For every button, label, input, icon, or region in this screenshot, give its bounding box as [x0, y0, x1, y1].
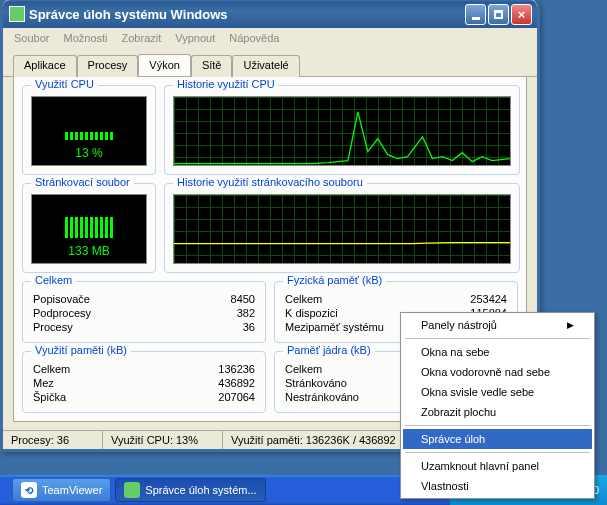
totals-threads-value: 382 [237, 307, 255, 319]
phys-avail-label: K dispozici [285, 307, 338, 319]
phys-cache-label: Mezipaměť systému [285, 321, 384, 333]
cpu-history-graph [173, 96, 511, 166]
commit-title: Využití paměti (kB) [31, 344, 131, 356]
taskbar-button-teamviewer[interactable]: ⟲ TeamViewer [12, 478, 111, 502]
menu-options[interactable]: Možnosti [56, 30, 114, 46]
phys-title: Fyzická paměť (kB) [283, 274, 386, 286]
status-processes: Procesy: 36 [3, 431, 103, 449]
pf-history-group: Historie využití stránkovacího souboru [164, 183, 520, 273]
cm-cascade[interactable]: Okna na sebe [403, 342, 592, 362]
cpu-meter: 13 % [31, 96, 147, 166]
cm-tile-vertical[interactable]: Okna svisle vedle sebe [403, 382, 592, 402]
teamviewer-icon: ⟲ [21, 482, 37, 498]
tab-networking[interactable]: Sítě [191, 55, 233, 77]
titlebar[interactable]: Správce úloh systému Windows × [3, 0, 537, 28]
cm-tile-horizontal[interactable]: Okna vodorovně nad sebe [403, 362, 592, 382]
taskbar-context-menu: Panely nástrojů▶ Okna na sebe Okna vodor… [400, 312, 595, 499]
tab-users[interactable]: Uživatelé [232, 55, 299, 77]
commit-limit-label: Mez [33, 377, 54, 389]
cpu-usage-title: Využití CPU [31, 78, 98, 90]
totals-handles-value: 8450 [231, 293, 255, 305]
totals-processes-value: 36 [243, 321, 255, 333]
pf-history-title: Historie využití stránkovacího souboru [173, 176, 367, 188]
cpu-usage-group: Využití CPU 13 % [22, 85, 156, 175]
cpu-history-group: Historie využití CPU [164, 85, 520, 175]
cm-task-manager[interactable]: Správce úloh [403, 429, 592, 449]
totals-processes-label: Procesy [33, 321, 73, 333]
commit-limit-value: 436892 [218, 377, 255, 389]
cm-separator [405, 338, 590, 339]
pf-value: 133 MB [68, 244, 109, 258]
cm-toolbars[interactable]: Panely nástrojů▶ [403, 315, 592, 335]
totals-title: Celkem [31, 274, 76, 286]
menu-view[interactable]: Zobrazit [115, 30, 169, 46]
cm-properties[interactable]: Vlastnosti [403, 476, 592, 496]
pf-usage-group: Stránkovací soubor 133 MB [22, 183, 156, 273]
kernel-total-label: Celkem [285, 363, 322, 375]
pf-meter: 133 MB [31, 194, 147, 264]
close-button[interactable]: × [511, 4, 532, 25]
minimize-button[interactable] [465, 4, 486, 25]
kernel-nonpaged-label: Nestránkováno [285, 391, 359, 403]
pf-usage-title: Stránkovací soubor [31, 176, 134, 188]
commit-peak-value: 207064 [218, 391, 255, 403]
totals-handles-label: Popisovače [33, 293, 90, 305]
commit-peak-label: Špička [33, 391, 66, 403]
pf-history-graph [173, 194, 511, 264]
menu-help[interactable]: Nápověda [222, 30, 286, 46]
totals-threads-label: Podprocesy [33, 307, 91, 319]
status-cpu: Využití CPU: 13% [103, 431, 223, 449]
cpu-history-title: Historie využití CPU [173, 78, 279, 90]
maximize-button[interactable] [488, 4, 509, 25]
menubar: Soubor Možnosti Zobrazit Vypnout Nápověd… [3, 28, 537, 48]
tab-applications[interactable]: Aplikace [13, 55, 77, 77]
phys-total-value: 253424 [470, 293, 507, 305]
cm-lock-taskbar[interactable]: Uzamknout hlavní panel [403, 456, 592, 476]
tab-processes[interactable]: Procesy [77, 55, 139, 77]
cm-show-desktop[interactable]: Zobrazit plochu [403, 402, 592, 422]
cm-separator [405, 452, 590, 453]
totals-group: Celkem Popisovače8450 Podprocesy382 Proc… [22, 281, 266, 343]
taskbar-button-taskmanager[interactable]: Správce úloh systém... [115, 478, 265, 502]
tabstrip: Aplikace Procesy Výkon Sítě Uživatelé [3, 48, 537, 77]
window-title: Správce úloh systému Windows [29, 7, 463, 22]
cm-separator [405, 425, 590, 426]
commit-total-value: 136236 [218, 363, 255, 375]
app-icon [9, 6, 25, 22]
submenu-arrow-icon: ▶ [567, 320, 574, 330]
phys-total-label: Celkem [285, 293, 322, 305]
kernel-paged-label: Stránkováno [285, 377, 347, 389]
commit-group: Využití paměti (kB) Celkem136236 Mez4368… [22, 351, 266, 413]
menu-file[interactable]: Soubor [7, 30, 56, 46]
cpu-percent: 13 % [75, 146, 102, 160]
tab-performance[interactable]: Výkon [138, 54, 191, 76]
menu-shutdown[interactable]: Vypnout [168, 30, 222, 46]
commit-total-label: Celkem [33, 363, 70, 375]
kernel-title: Paměť jádra (kB) [283, 344, 375, 356]
taskmanager-icon [124, 482, 140, 498]
